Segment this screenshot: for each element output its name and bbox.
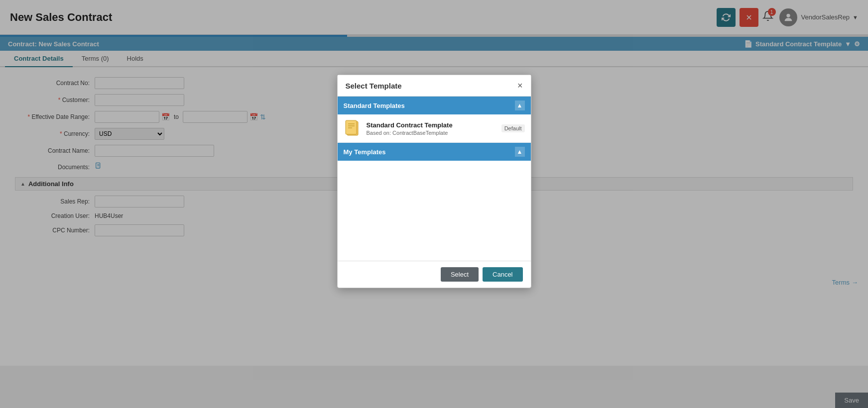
template-item-info: Standard Contract Template Based on: Con… <box>367 121 501 136</box>
cancel-button[interactable]: Cancel <box>483 267 522 282</box>
template-item-badge: Default <box>501 124 525 132</box>
modal-close-button[interactable]: × <box>517 81 523 90</box>
modal-body: Standard Templates ▲ <box>338 97 531 261</box>
my-templates-collapse[interactable]: ▲ <box>515 147 525 157</box>
modal-overlay: Select Template × Standard Templates ▲ <box>0 0 868 366</box>
modal-header: Select Template × <box>338 75 531 97</box>
modal-footer: Select Cancel <box>338 261 531 288</box>
select-template-modal: Select Template × Standard Templates ▲ <box>337 75 531 288</box>
template-item-name: Standard Contract Template <box>367 121 501 129</box>
modal-title: Select Template <box>346 82 402 90</box>
templates-list-area: Standard Templates ▲ <box>338 97 531 261</box>
template-item-standard[interactable]: Standard Contract Template Based on: Con… <box>338 114 531 143</box>
svg-rect-7 <box>346 120 357 134</box>
template-item-icon <box>344 119 362 137</box>
standard-templates-collapse[interactable]: ▲ <box>515 101 525 110</box>
template-item-base: Based on: ContractBaseTemplate <box>367 130 501 136</box>
my-templates-label: My Templates <box>344 148 386 156</box>
select-button[interactable]: Select <box>441 267 479 282</box>
standard-templates-section: Standard Templates ▲ <box>338 97 531 114</box>
my-templates-section: My Templates ▲ <box>338 143 531 161</box>
standard-templates-label: Standard Templates <box>344 102 405 109</box>
